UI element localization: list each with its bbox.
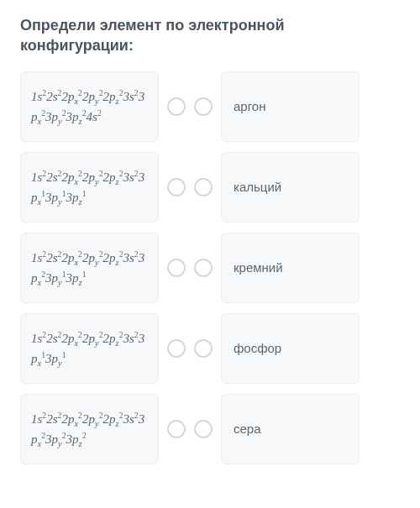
formula-card[interactable]: 1s22s22px22py22pz23s23px23py23pz24s2 <box>20 71 159 142</box>
pair-row: 1s22s22px22py22pz23s23px23py23pz24s2 арг… <box>20 71 400 142</box>
radio-left[interactable] <box>167 259 186 277</box>
pair-row: 1s22s22px22py22pz23s23px13py13pz1 кальци… <box>20 152 400 223</box>
formula-text: 1s22s22px22py22pz23s23px23py23pz24s2 <box>31 86 150 127</box>
matching-rows: 1s22s22px22py22pz23s23px23py23pz24s2 арг… <box>20 71 400 464</box>
radio-right[interactable] <box>194 97 213 116</box>
element-card[interactable]: фосфор <box>221 313 360 384</box>
left-radio-col <box>167 420 186 438</box>
pair-row: 1s22s22px22py22pz23s23px23py23pz2 сера <box>20 394 400 464</box>
element-card[interactable]: кремний <box>221 233 360 303</box>
formula-card[interactable]: 1s22s22px22py22pz23s23px23py13pz1 <box>20 233 159 303</box>
element-card[interactable]: аргон <box>221 71 360 142</box>
element-name: фосфор <box>234 341 281 355</box>
formula-card[interactable]: 1s22s22px22py22pz23s23px13py13pz1 <box>20 152 159 223</box>
left-radio-col <box>167 259 186 277</box>
radio-left[interactable] <box>167 178 186 196</box>
radio-right[interactable] <box>194 339 213 358</box>
left-radio-col <box>167 339 186 358</box>
element-name: кальций <box>234 180 281 194</box>
formula-text: 1s22s22px22py22pz23s23px13py1 <box>31 328 150 369</box>
formula-card[interactable]: 1s22s22px22py22pz23s23px23py23pz2 <box>20 394 159 464</box>
right-radio-col <box>194 259 213 277</box>
radio-right[interactable] <box>194 178 213 196</box>
radio-left[interactable] <box>167 339 186 358</box>
radio-right[interactable] <box>194 420 213 438</box>
element-card[interactable]: сера <box>221 394 360 464</box>
element-name: кремний <box>234 260 283 275</box>
left-radio-col <box>167 97 186 116</box>
pair-row: 1s22s22px22py22pz23s23px23py13pz1 кремни… <box>20 233 400 303</box>
radio-left[interactable] <box>167 97 186 116</box>
formula-text: 1s22s22px22py22pz23s23px13py13pz1 <box>31 167 150 207</box>
formula-text: 1s22s22px22py22pz23s23px23py13pz1 <box>31 248 150 288</box>
right-radio-col <box>194 339 213 358</box>
element-name: аргон <box>234 99 265 113</box>
left-radio-col <box>167 178 186 196</box>
element-name: сера <box>234 422 261 436</box>
formula-card[interactable]: 1s22s22px22py22pz23s23px13py1 <box>20 313 159 384</box>
pair-row: 1s22s22px22py22pz23s23px13py1 фосфор <box>20 313 400 384</box>
element-card[interactable]: кальций <box>221 152 360 223</box>
right-radio-col <box>194 97 213 116</box>
radio-left[interactable] <box>167 420 186 438</box>
formula-text: 1s22s22px22py22pz23s23px23py23pz2 <box>31 409 150 449</box>
right-radio-col <box>194 420 213 438</box>
question-title: Определи элемент по электронной конфигур… <box>20 15 400 56</box>
radio-right[interactable] <box>194 259 213 277</box>
right-radio-col <box>194 178 213 196</box>
